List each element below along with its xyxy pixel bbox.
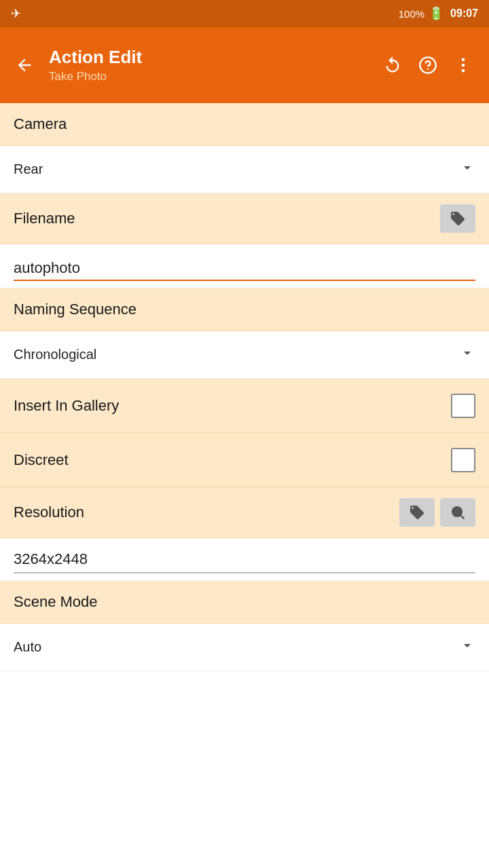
insert-in-gallery-label: Insert In Gallery bbox=[14, 397, 119, 415]
resolution-value: 3264x2448 bbox=[14, 550, 475, 573]
resolution-search-button[interactable] bbox=[440, 498, 475, 527]
naming-sequence-section-header: Naming Sequence bbox=[0, 288, 489, 331]
page-title: Action Edit bbox=[49, 47, 367, 68]
discreet-label: Discreet bbox=[14, 451, 69, 469]
back-button[interactable] bbox=[11, 52, 38, 79]
filename-label: Filename bbox=[14, 210, 75, 227]
flight-mode-icon: ✈ bbox=[11, 6, 21, 21]
resolution-value-row: 3264x2448 bbox=[0, 538, 489, 581]
camera-value: Rear bbox=[14, 162, 43, 177]
camera-dropdown[interactable]: Rear bbox=[0, 146, 489, 193]
scene-mode-dropdown-arrow bbox=[459, 637, 475, 657]
filename-input[interactable] bbox=[14, 257, 475, 281]
scene-mode-section-header: Scene Mode bbox=[0, 581, 489, 624]
resolution-tag-button[interactable] bbox=[399, 498, 435, 527]
svg-point-2 bbox=[462, 58, 465, 62]
filename-section-header: Filename bbox=[0, 193, 489, 244]
naming-sequence-dropdown[interactable]: Chronological bbox=[0, 331, 489, 379]
resolution-section-header: Resolution bbox=[0, 487, 489, 538]
content: Camera Rear Filename Naming Sequence Chr… bbox=[0, 103, 489, 671]
status-bar: ✈ 100% 🔋 09:07 bbox=[0, 0, 489, 27]
scene-mode-dropdown[interactable]: Auto bbox=[0, 624, 489, 671]
battery-percent: 100% bbox=[399, 8, 424, 20]
battery-icon: 🔋 bbox=[429, 6, 443, 21]
app-bar-actions bbox=[378, 50, 478, 80]
filename-input-row bbox=[0, 244, 489, 288]
camera-section-header: Camera bbox=[0, 103, 489, 146]
resolution-label: Resolution bbox=[14, 504, 84, 521]
naming-sequence-value: Chronological bbox=[14, 347, 96, 362]
svg-point-4 bbox=[462, 69, 465, 73]
svg-point-3 bbox=[462, 64, 465, 67]
reset-button[interactable] bbox=[378, 50, 408, 80]
scene-mode-value: Auto bbox=[14, 639, 41, 655]
naming-sequence-dropdown-arrow bbox=[459, 345, 475, 364]
svg-point-1 bbox=[427, 69, 429, 70]
clock: 09:07 bbox=[450, 7, 478, 20]
discreet-row[interactable]: Discreet bbox=[0, 433, 489, 487]
help-button[interactable] bbox=[413, 50, 443, 80]
resolution-buttons bbox=[399, 498, 475, 527]
app-bar-title-block: Action Edit Take Photo bbox=[49, 47, 367, 83]
more-button[interactable] bbox=[448, 50, 478, 80]
page-subtitle: Take Photo bbox=[49, 70, 367, 83]
camera-dropdown-arrow bbox=[459, 159, 475, 179]
discreet-checkbox[interactable] bbox=[451, 448, 475, 472]
insert-in-gallery-row[interactable]: Insert In Gallery bbox=[0, 379, 489, 433]
insert-in-gallery-checkbox[interactable] bbox=[451, 394, 475, 418]
filename-tag-button[interactable] bbox=[440, 204, 475, 233]
app-bar: Action Edit Take Photo bbox=[0, 27, 489, 103]
